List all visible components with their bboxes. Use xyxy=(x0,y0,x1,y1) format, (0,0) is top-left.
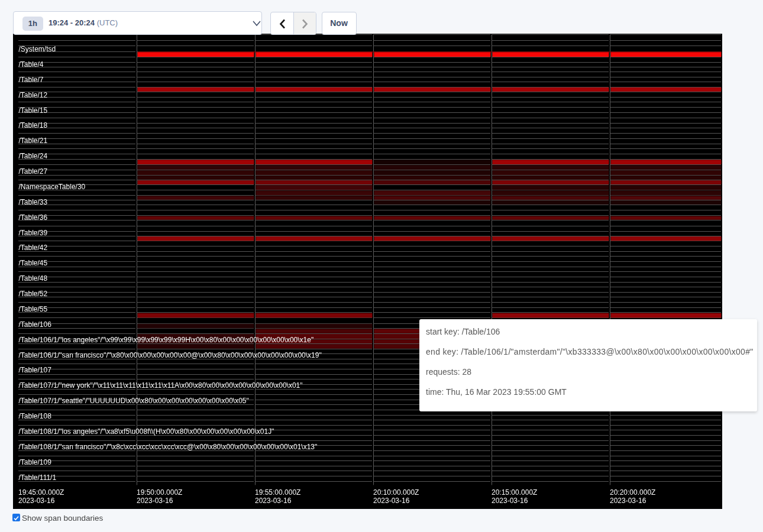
svg-text:/Table/42: /Table/42 xyxy=(19,244,48,252)
svg-text:/Table/52: /Table/52 xyxy=(19,290,48,298)
svg-text:/Table/45: /Table/45 xyxy=(19,259,48,267)
svg-text:/Table/111/1: /Table/111/1 xyxy=(19,473,57,482)
svg-text:/Table/21: /Table/21 xyxy=(19,137,48,145)
svg-text:2023-03-16: 2023-03-16 xyxy=(610,497,646,505)
svg-text:/NamespaceTable/30: /NamespaceTable/30 xyxy=(19,183,86,191)
svg-text:/Table/27: /Table/27 xyxy=(19,167,48,176)
svg-text:/Table/106: /Table/106 xyxy=(19,320,52,329)
svg-text:/Table/106/1/"los angeles"/"\x: /Table/106/1/"los angeles"/"\x99\x99\x99… xyxy=(19,336,314,344)
svg-text:/System/tsd: /System/tsd xyxy=(19,45,56,53)
svg-text:/Table/4: /Table/4 xyxy=(19,60,44,69)
svg-text:/Table/36: /Table/36 xyxy=(19,213,48,222)
svg-text:/Table/107/1/"new york"/"\x11\: /Table/107/1/"new york"/"\x11\x11\x11\x1… xyxy=(19,381,303,390)
svg-text:2023-03-16: 2023-03-16 xyxy=(137,497,173,505)
svg-text:/Table/55: /Table/55 xyxy=(19,305,48,313)
svg-text:/Table/15: /Table/15 xyxy=(19,106,48,115)
svg-text:/Table/7: /Table/7 xyxy=(19,76,44,84)
svg-text:20:15:00.000Z: 20:15:00.000Z xyxy=(492,488,537,497)
svg-text:/Table/106/1/"san francisco"/": /Table/106/1/"san francisco"/"\x80\x00\x… xyxy=(19,351,322,359)
svg-text:/Table/109: /Table/109 xyxy=(19,458,52,466)
svg-text:/Table/12: /Table/12 xyxy=(19,91,48,99)
svg-text:/Table/108: /Table/108 xyxy=(19,412,52,420)
svg-text:/Table/33: /Table/33 xyxy=(19,198,48,206)
svg-text:2023-03-16: 2023-03-16 xyxy=(492,497,528,505)
svg-text:19:45:00.000Z: 19:45:00.000Z xyxy=(18,488,64,497)
svg-text:/Table/108/1/"los angeles"/"\x: /Table/108/1/"los angeles"/"\xa8\xf5\u00… xyxy=(19,427,274,436)
svg-text:20:10:00.000Z: 20:10:00.000Z xyxy=(373,488,419,497)
svg-text:19:50:00.000Z: 19:50:00.000Z xyxy=(137,488,182,497)
svg-text:/Table/108/1/"san francisco"/": /Table/108/1/"san francisco"/"\x8c\xcc\x… xyxy=(19,443,318,451)
svg-text:/Table/18: /Table/18 xyxy=(19,121,48,129)
svg-text:/Table/48: /Table/48 xyxy=(19,274,48,283)
svg-text:2023-03-16: 2023-03-16 xyxy=(373,497,410,505)
svg-text:/Table/39: /Table/39 xyxy=(19,229,48,237)
svg-text:20:20:00.000Z: 20:20:00.000Z xyxy=(610,488,655,497)
svg-text:/Table/24: /Table/24 xyxy=(19,152,48,160)
svg-text:2023-03-16: 2023-03-16 xyxy=(255,497,292,505)
svg-text:/Table/107: /Table/107 xyxy=(19,366,52,374)
svg-text:19:55:00.000Z: 19:55:00.000Z xyxy=(255,488,300,497)
svg-text:/Table/107/1/"seattle"/"UUUUUU: /Table/107/1/"seattle"/"UUUUUUD\x00\x80\… xyxy=(19,397,249,405)
svg-text:2023-03-16: 2023-03-16 xyxy=(18,497,55,505)
